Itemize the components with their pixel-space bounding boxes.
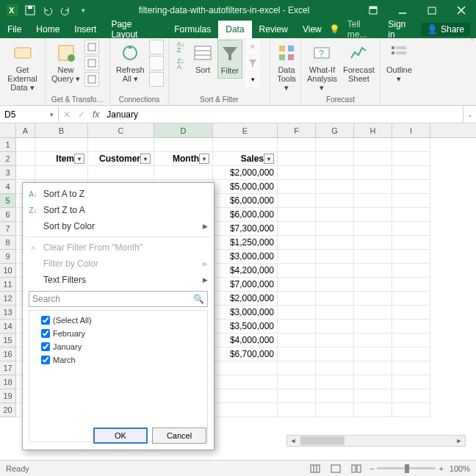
- cell[interactable]: [316, 180, 354, 194]
- cell[interactable]: [16, 152, 35, 166]
- row-header[interactable]: 14: [0, 320, 16, 333]
- cell[interactable]: [316, 347, 354, 361]
- filter-dropdown-icon[interactable]: ▾: [140, 154, 151, 164]
- row-header[interactable]: 9: [0, 250, 16, 264]
- cell[interactable]: [392, 292, 430, 306]
- zoom-percentage[interactable]: 100%: [450, 464, 470, 473]
- cell[interactable]: [392, 264, 430, 278]
- collapse-ribbon-icon[interactable]: ˆ: [471, 38, 473, 46]
- cell[interactable]: [392, 138, 430, 152]
- new-query-button[interactable]: New Query ▾: [50, 40, 82, 86]
- cell[interactable]: [316, 333, 354, 347]
- tab-formulas[interactable]: Formulas: [167, 21, 218, 38]
- cell[interactable]: [316, 278, 354, 292]
- close-icon[interactable]: [447, 0, 476, 21]
- filter-checkbox[interactable]: [41, 316, 50, 325]
- qat-customize-icon[interactable]: ▾: [76, 4, 90, 17]
- cell[interactable]: [278, 389, 316, 403]
- cell[interactable]: [278, 250, 316, 264]
- cell[interactable]: $3,000,000: [213, 250, 278, 264]
- cell[interactable]: [316, 152, 354, 166]
- filter-value-item[interactable]: January: [32, 340, 204, 353]
- cell[interactable]: [354, 306, 392, 320]
- cancel-button[interactable]: Cancel: [152, 428, 206, 444]
- cell[interactable]: [213, 138, 278, 152]
- column-header-C[interactable]: C: [88, 123, 154, 137]
- horizontal-scrollbar[interactable]: ◄►: [286, 435, 466, 447]
- sort-z-to-a[interactable]: Z↓Sort Z to A: [23, 202, 214, 218]
- row-header[interactable]: 8: [0, 236, 16, 250]
- cell[interactable]: [392, 389, 430, 403]
- cell[interactable]: $5,000,000: [213, 180, 278, 194]
- cell[interactable]: [278, 208, 316, 222]
- row-header[interactable]: 7: [0, 222, 16, 236]
- filter-dropdown-icon[interactable]: ▾: [74, 154, 84, 164]
- cell[interactable]: [392, 236, 430, 250]
- cell[interactable]: [392, 320, 430, 333]
- column-header-H[interactable]: H: [354, 123, 392, 137]
- cell[interactable]: [154, 138, 213, 152]
- cell[interactable]: [316, 222, 354, 236]
- filter-button[interactable]: Filter: [217, 40, 242, 79]
- tab-data[interactable]: Data: [218, 21, 251, 38]
- cell[interactable]: [392, 403, 430, 417]
- cell[interactable]: [354, 166, 392, 180]
- sign-in-link[interactable]: Sign in: [388, 19, 414, 40]
- redo-icon[interactable]: [59, 4, 72, 17]
- name-box[interactable]: D5▾: [0, 106, 59, 123]
- row-header[interactable]: 3: [0, 166, 16, 180]
- filter-checkbox[interactable]: [41, 329, 50, 338]
- cell[interactable]: [354, 278, 392, 292]
- ok-button[interactable]: OK: [93, 428, 148, 444]
- sort-az-buttons[interactable]: A↓Z Z↓A: [173, 40, 188, 71]
- cell[interactable]: [278, 375, 316, 389]
- zoom-out-icon[interactable]: −: [369, 464, 374, 473]
- cell[interactable]: [278, 236, 316, 250]
- cell[interactable]: [35, 166, 88, 180]
- row-header[interactable]: 12: [0, 292, 16, 306]
- refresh-all-button[interactable]: Refresh All ▾: [115, 40, 146, 86]
- cell[interactable]: [316, 236, 354, 250]
- expand-formula-icon[interactable]: ⌄: [463, 106, 476, 123]
- cell[interactable]: [354, 152, 392, 166]
- cell[interactable]: [278, 166, 316, 180]
- cell[interactable]: $2,000,000: [213, 166, 278, 180]
- cell[interactable]: [278, 194, 316, 208]
- cell[interactable]: [392, 278, 430, 292]
- cell[interactable]: [316, 194, 354, 208]
- data-tools-button[interactable]: Data Tools ▾: [275, 40, 298, 95]
- maximize-icon[interactable]: [417, 0, 447, 21]
- tab-review[interactable]: Review: [252, 21, 295, 38]
- row-header[interactable]: 1: [0, 138, 16, 152]
- cell[interactable]: $4,200,000: [213, 264, 278, 278]
- connections-options[interactable]: [149, 40, 164, 87]
- cell[interactable]: [354, 403, 392, 417]
- fx-icon[interactable]: fx: [93, 109, 99, 120]
- cell[interactable]: [278, 152, 316, 166]
- cell[interactable]: [392, 180, 430, 194]
- cell[interactable]: Month▾: [154, 152, 213, 166]
- cell[interactable]: [354, 208, 392, 222]
- cell[interactable]: [278, 180, 316, 194]
- row-header[interactable]: 19: [0, 389, 16, 403]
- tell-me[interactable]: Tell me...: [347, 19, 381, 40]
- tab-insert[interactable]: Insert: [67, 21, 104, 38]
- row-header[interactable]: 16: [0, 347, 16, 361]
- cell[interactable]: [354, 194, 392, 208]
- cell[interactable]: $7,000,000: [213, 278, 278, 292]
- cell[interactable]: $6,700,000: [213, 347, 278, 361]
- share-button[interactable]: 👤Share: [421, 23, 470, 36]
- row-header[interactable]: 17: [0, 361, 16, 375]
- cell[interactable]: [316, 375, 354, 389]
- cell[interactable]: [354, 180, 392, 194]
- cell[interactable]: [392, 208, 430, 222]
- normal-view-icon[interactable]: [308, 463, 322, 475]
- column-header-E[interactable]: E: [213, 123, 278, 137]
- cell[interactable]: [392, 152, 430, 166]
- zoom-slider[interactable]: [377, 467, 436, 469]
- cell[interactable]: [278, 278, 316, 292]
- cell[interactable]: [392, 361, 430, 375]
- cell[interactable]: [316, 403, 354, 417]
- cell[interactable]: [392, 222, 430, 236]
- cell[interactable]: [316, 250, 354, 264]
